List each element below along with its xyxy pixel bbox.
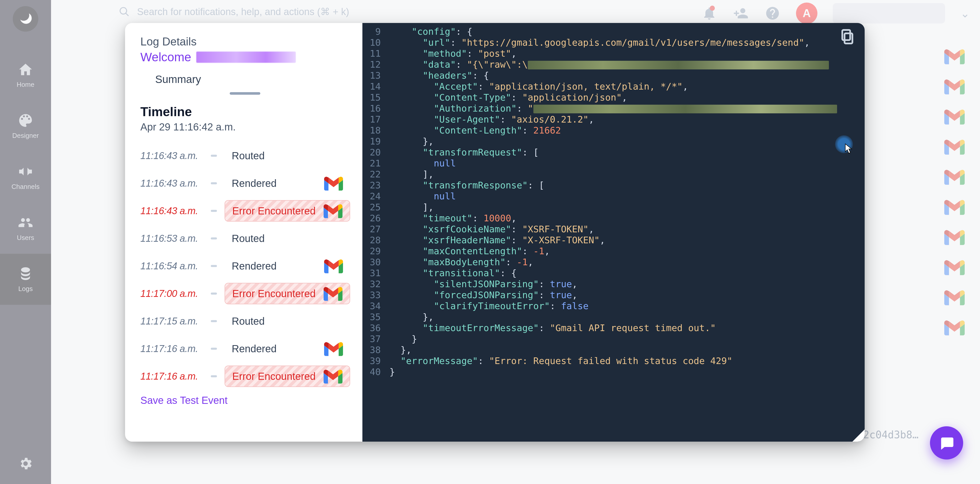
nav-home-label: Home [17,81,34,89]
timeline-event-label: Error Encountered [232,371,316,382]
user-avatar[interactable]: A [796,3,818,24]
timeline-event[interactable]: Routed [224,228,350,249]
timeline-event[interactable]: Routed [224,145,350,166]
timeline-row[interactable]: 11:16:43 a.m.Rendered [140,169,350,197]
line-number-gutter: 9101112131415161718192021222324252627282… [363,23,384,442]
nav-logs[interactable]: Logs [0,254,51,305]
timeline-event-error[interactable]: Error Encountered [224,200,350,221]
timeline-connector [211,265,217,267]
timeline-connector [211,348,217,350]
timeline-time: 11:16:54 a.m. [140,261,203,272]
chat-icon [939,435,955,451]
nav-users[interactable]: Users [0,203,51,254]
timeline-date: Apr 29 11:16:42 a.m. [140,121,350,133]
app-logo[interactable] [13,6,38,32]
gmail-icon [944,169,965,185]
timeline-connector [211,293,217,295]
code-viewer[interactable]: 9101112131415161718192021222324252627282… [363,23,865,442]
timeline-event[interactable]: Rendered [224,338,350,360]
svg-rect-1 [845,33,853,44]
timeline-event-label: Rendered [232,178,277,189]
gmail-icon [324,259,343,274]
timeline-time: 11:16:43 a.m. [140,150,203,161]
gmail-icon [944,229,965,245]
timeline-event-label: Rendered [232,343,277,355]
nav-channels-label: Channels [11,183,40,191]
invite-user-icon[interactable] [733,5,749,21]
copy-code-button[interactable] [839,28,854,46]
copy-icon [840,29,854,46]
timeline-event-label: Routed [232,315,265,327]
gmail-icon [944,290,965,305]
timeline-connector [211,155,217,157]
help-icon[interactable] [764,5,781,21]
timeline-time: 11:16:53 a.m. [140,233,203,244]
timeline-connector [211,320,217,322]
workspace-switcher[interactable] [833,3,945,24]
nav-home[interactable]: Home [0,49,51,100]
chat-support-button[interactable] [930,426,963,460]
header-actions: A ⌄ [701,3,970,24]
gmail-icon [944,48,965,64]
gmail-icon [944,109,965,124]
tab-summary[interactable]: Summary [155,73,201,90]
timeline-event-error[interactable]: Error Encountered [224,366,350,387]
app-sidebar: Home Designer Channels Users Logs [0,0,51,484]
redacted-content [196,52,296,63]
search-icon [119,6,130,18]
nav-designer[interactable]: Designer [0,100,51,152]
timeline-row[interactable]: 11:16:54 a.m.Rendered [140,252,350,280]
timeline-event-label: Routed [232,233,265,244]
timeline-event[interactable]: Rendered [224,255,350,277]
timeline-time: 11:17:16 a.m. [140,371,203,382]
gmail-icon [944,139,965,155]
gmail-icon [324,176,343,191]
timeline-time: 11:17:00 a.m. [140,288,203,299]
gmail-icon [324,204,342,218]
chevron-down-icon[interactable]: ⌄ [960,7,970,20]
timeline-row[interactable]: 11:17:00 a.m.Error Encountered [140,280,350,307]
nav-channels[interactable]: Channels [0,152,51,203]
search-placeholder: Search for notifications, help, and acti… [137,6,349,18]
timeline-event-error[interactable]: Error Encountered [224,283,350,304]
global-search[interactable]: Search for notifications, help, and acti… [119,6,349,18]
notification-name[interactable]: Welcome [140,50,191,64]
timeline-event[interactable]: Routed [224,310,350,332]
gmail-icon [944,260,965,275]
nav-users-label: Users [17,234,34,242]
timeline-connector [211,182,217,184]
timeline-event-label: Rendered [232,260,277,272]
timeline-time: 11:17:15 a.m. [140,316,203,327]
gmail-icon [944,199,965,215]
gmail-icon [944,79,965,94]
timeline-row[interactable]: 11:16:43 a.m.Routed [140,142,350,169]
timeline-time: 11:16:43 a.m. [140,178,203,189]
code-content[interactable]: "config": { "url": "https://gmail.google… [384,23,865,442]
timeline-row[interactable]: 11:16:43 a.m.Error Encountered [140,197,350,224]
nav-settings[interactable] [0,443,51,484]
timeline-heading: Timeline [140,104,350,119]
timeline-connector [211,237,217,239]
save-as-test-event-link[interactable]: Save as Test Event [140,395,350,406]
timeline-event-label: Error Encountered [232,288,316,299]
gmail-icon [944,320,965,336]
svg-rect-0 [842,30,850,40]
timeline-time: 11:17:16 a.m. [140,343,203,354]
timeline-event-label: Routed [232,150,265,162]
timeline-time: 11:16:43 a.m. [140,205,203,217]
log-details-modal: Log Details Welcome Summary Timeline Apr… [125,23,865,442]
timeline-row[interactable]: 11:16:53 a.m.Routed [140,224,350,252]
timeline-row[interactable]: 11:17:15 a.m.Routed [140,307,350,335]
detail-tabs: Summary [140,73,350,90]
timeline-event[interactable]: Rendered [224,173,350,194]
timeline-list: 11:16:43 a.m.Routed11:16:43 a.m.Rendered… [140,142,350,390]
timeline-connector [211,375,217,377]
channel-icon-column [944,48,965,336]
notifications-icon[interactable] [701,5,718,21]
log-details-title: Log Details [140,35,350,48]
timeline-row[interactable]: 11:17:16 a.m.Error Encountered [140,363,350,390]
nav-logs-label: Logs [18,285,33,293]
timeline-event-label: Error Encountered [232,205,316,217]
nav-designer-label: Designer [12,132,39,140]
timeline-row[interactable]: 11:17:16 a.m.Rendered [140,335,350,363]
